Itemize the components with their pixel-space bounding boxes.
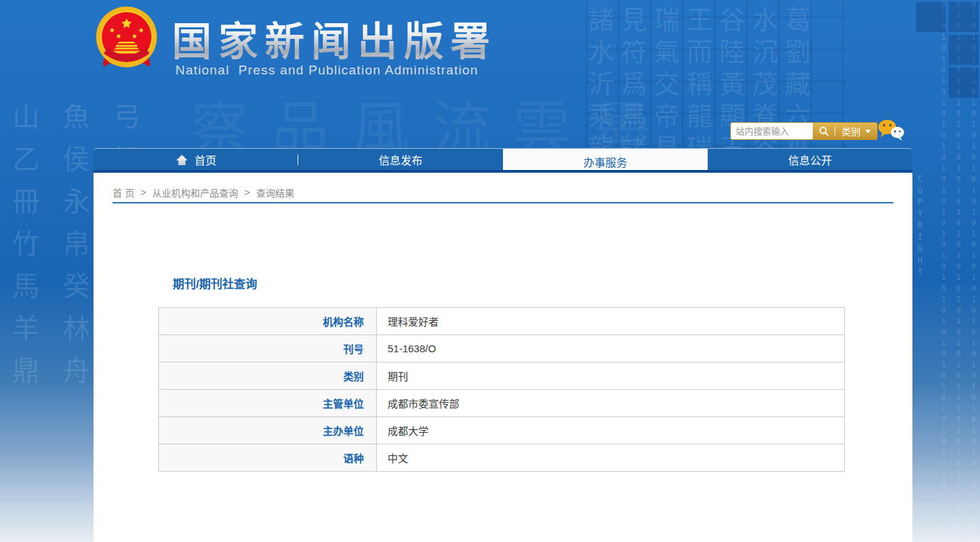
row-value: 成都市委宣传部	[377, 390, 845, 417]
breadcrumb-query-link[interactable]: 从业机构和产品查询	[152, 186, 238, 199]
search-input[interactable]	[731, 123, 813, 139]
search-button[interactable]	[813, 123, 835, 139]
background-seal-characters: 諸見瑞王谷水葛水符氣而陸沉劉沂爲交稱黃茂藏乘馬帝龍顯脊六龍諸見瑞王谷來	[586, 0, 846, 169]
background-dark-tile	[949, 35, 979, 65]
wechat-share-button[interactable]	[877, 118, 906, 141]
nav-bottom-strip	[93, 170, 912, 173]
background-dark-tile	[916, 2, 946, 32]
background-dark-tile	[949, 68, 979, 98]
site-title: 国家新闻出版署	[172, 10, 497, 67]
breadcrumb-separator: >	[244, 187, 250, 198]
nav-item-home[interactable]: 首页	[93, 149, 298, 171]
nav-item-label: 信息公开	[788, 152, 832, 168]
breadcrumb-current: 查询结果	[256, 186, 294, 199]
page-title: 期刊/期刊社查询	[173, 274, 257, 291]
row-value: 成都大学	[377, 417, 845, 444]
breadcrumb-home-link[interactable]: 首 页	[113, 186, 134, 199]
chevron-down-icon	[865, 130, 871, 133]
row-label: 主办单位	[159, 417, 377, 444]
row-label: 刊号	[159, 335, 377, 362]
row-label: 机构名称	[159, 308, 377, 335]
main-nav: 首页 信息发布 办事服务 信息公开	[93, 148, 912, 171]
home-icon	[175, 154, 188, 166]
national-emblem-logo[interactable]	[93, 5, 160, 74]
row-label: 语种	[159, 444, 377, 472]
site-subtitle: National Press and Publication Administr…	[175, 63, 478, 78]
table-row: 语种 中文	[159, 444, 845, 472]
table-row: 主办单位 成都大学	[159, 417, 845, 444]
nav-item-info-release[interactable]: 信息发布	[298, 149, 503, 171]
site-search: 类别	[730, 122, 878, 140]
table-row: 类别 期刊	[159, 362, 845, 390]
table-row: 主管单位 成都市委宣传部	[159, 390, 845, 417]
row-label: 主管单位	[159, 390, 377, 417]
nav-item-label: 信息发布	[379, 152, 422, 168]
row-label: 类别	[159, 362, 377, 390]
background-binary-pattern: 0101010101010101010101010101010101010101…	[939, 0, 978, 542]
nav-item-label: 办事服务	[583, 154, 627, 170]
breadcrumb: 首 页 > 从业机构和产品查询 > 查询结果	[113, 186, 294, 199]
row-value: 51-1638/O	[377, 335, 845, 362]
background-dark-tile	[949, 2, 979, 32]
search-category-dropdown[interactable]: 类别	[835, 123, 877, 139]
search-icon	[818, 126, 829, 137]
table-row: 刊号 51-1638/O	[159, 335, 845, 362]
nav-item-label: 首页	[194, 152, 216, 168]
breadcrumb-separator: >	[141, 187, 146, 198]
row-value: 中文	[377, 444, 845, 472]
background-copyright-watermark: COPYRIGHT	[915, 174, 925, 279]
content-panel: 首 页 > 从业机构和产品查询 > 查询结果 期刊/期刊社查询 机构名称 理科爱…	[93, 173, 912, 542]
breadcrumb-divider	[113, 202, 893, 203]
table-row: 机构名称 理科爱好者	[159, 308, 845, 335]
journal-record-table: 机构名称 理科爱好者 刊号 51-1638/O 类别 期刊 主管单位 成都市委宣…	[158, 307, 845, 472]
nav-item-info-disclosure[interactable]: 信息公开	[708, 149, 912, 171]
row-value: 理科爱好者	[377, 308, 845, 335]
row-value: 期刊	[377, 362, 845, 390]
search-category-label: 类别	[841, 124, 861, 138]
national-emblem-icon	[93, 5, 160, 74]
wechat-icon	[877, 118, 906, 141]
